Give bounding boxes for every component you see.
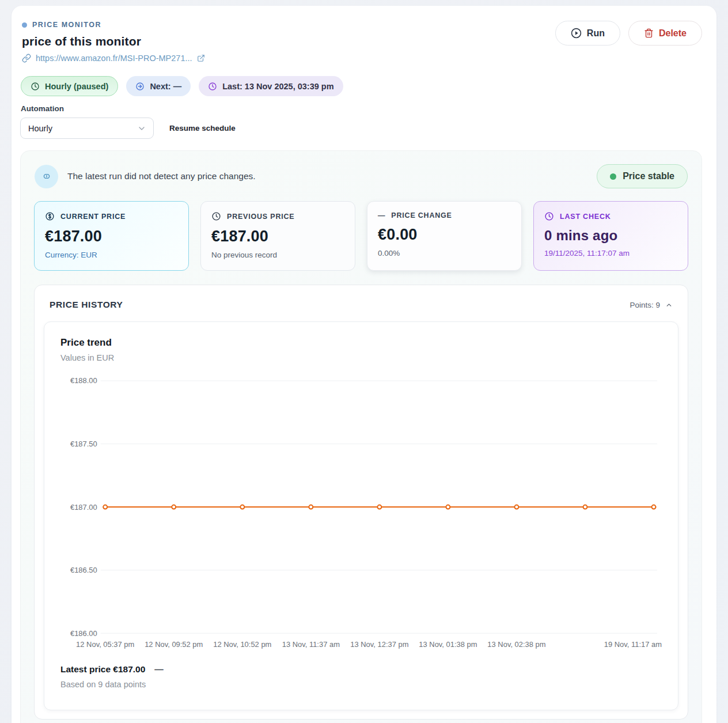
price-change-label: PRICE CHANGE xyxy=(391,211,452,219)
clock-icon xyxy=(544,211,554,221)
data-points-note: Based on 9 data points xyxy=(60,680,662,689)
last-check-value: 0 mins ago xyxy=(544,228,677,244)
schedule-status-label: Hourly (paused) xyxy=(45,82,108,91)
dash-icon: — xyxy=(378,211,385,219)
last-check-timestamp: 19/11/2025, 11:17:07 am xyxy=(544,249,677,258)
delete-button-label: Delete xyxy=(659,28,687,39)
svg-text:13 Nov, 12:37 pm: 13 Nov, 12:37 pm xyxy=(350,640,408,649)
clock-icon xyxy=(208,82,217,91)
points-count-label: Points: 9 xyxy=(630,301,660,309)
svg-text:€188.00: €188.00 xyxy=(70,376,97,385)
monitor-url-link[interactable]: https://www.amazon.fr/MSI-PRO-MP271... xyxy=(36,54,192,63)
chart-footer: Latest price €187.00 — Based on 9 data p… xyxy=(60,664,662,689)
current-price-label: CURRENT PRICE xyxy=(60,213,126,221)
monitor-url-row: https://www.amazon.fr/MSI-PRO-MP271... xyxy=(22,54,205,63)
resume-schedule-button[interactable]: Resume schedule xyxy=(169,124,236,133)
monitor-card: PRICE MONITOR price of this monitor http… xyxy=(12,6,716,723)
previous-price-value: €187.00 xyxy=(211,228,344,245)
dollar-circle-icon xyxy=(45,211,55,221)
chevron-up-icon xyxy=(665,301,673,309)
schedule-status-badge: Hourly (paused) xyxy=(21,76,118,96)
status-message: The latest run did not detect any price … xyxy=(67,171,256,181)
svg-text:13 Nov, 01:38 pm: 13 Nov, 01:38 pm xyxy=(419,640,477,649)
trend-flat-icon: — xyxy=(154,664,164,675)
last-check-card: LAST CHECK 0 mins ago 19/11/2025, 11:17:… xyxy=(533,201,688,271)
price-change-percent: 0.00% xyxy=(378,249,511,258)
svg-text:13 Nov, 11:37 am: 13 Nov, 11:37 am xyxy=(282,640,340,649)
chart-title: Price trend xyxy=(60,337,662,349)
last-check-label: LAST CHECK xyxy=(560,213,611,221)
status-banner-left: The latest run did not detect any price … xyxy=(35,165,256,188)
automation-frequency-value: Hourly xyxy=(28,124,52,133)
status-banner: The latest run did not detect any price … xyxy=(34,163,688,200)
header-left: PRICE MONITOR price of this monitor http… xyxy=(20,21,205,63)
svg-text:€187.00: €187.00 xyxy=(70,503,97,512)
previous-price-card: PREVIOUS PRICE €187.00 No previous recor… xyxy=(200,201,355,271)
next-run-badge: Next: — xyxy=(126,76,191,96)
price-history-title: PRICE HISTORY xyxy=(50,300,123,310)
play-circle-icon xyxy=(571,28,582,39)
chart-subtitle: Values in EUR xyxy=(60,353,662,362)
trash-icon xyxy=(644,28,654,38)
previous-price-label: PREVIOUS PRICE xyxy=(227,213,294,221)
svg-text:€186.00: €186.00 xyxy=(70,629,97,638)
monitor-dot-icon xyxy=(22,22,27,28)
header-actions: Run Delete xyxy=(555,21,702,46)
price-change-card: — PRICE CHANGE €0.00 0.00% xyxy=(367,201,522,271)
stat-cards: CURRENT PRICE €187.00 Currency: EUR PREV… xyxy=(34,201,688,271)
price-history-section: PRICE HISTORY Points: 9 Price trend Valu… xyxy=(34,285,688,720)
points-collapse-toggle[interactable]: Points: 9 xyxy=(630,301,673,309)
run-button[interactable]: Run xyxy=(555,21,620,46)
status-dot-icon xyxy=(610,173,616,180)
previous-price-note: No previous record xyxy=(211,251,344,259)
svg-text:12 Nov, 09:52 pm: 12 Nov, 09:52 pm xyxy=(145,640,203,649)
last-run-badge: Last: 13 Nov 2025, 03:39 pm xyxy=(199,76,343,96)
run-button-label: Run xyxy=(587,28,605,39)
eyebrow: PRICE MONITOR xyxy=(22,21,205,29)
next-run-label: Next: — xyxy=(150,82,181,91)
page-title: price of this monitor xyxy=(22,35,205,48)
price-trend-card: Price trend Values in EUR €188.00€187.50… xyxy=(44,321,678,710)
automation-row: Hourly Resume schedule xyxy=(20,118,702,139)
chevron-down-icon xyxy=(137,124,146,133)
header: PRICE MONITOR price of this monitor http… xyxy=(20,21,702,63)
arrow-right-circle-icon xyxy=(135,82,145,91)
current-price-value: €187.00 xyxy=(45,228,178,245)
link-icon xyxy=(22,54,31,63)
schedule-badges: Hourly (paused) Next: — Last: 13 Nov 202… xyxy=(21,76,702,96)
external-link-icon[interactable] xyxy=(197,54,205,62)
clock-icon xyxy=(31,82,40,91)
price-trend-chart: €188.00€187.50€187.00€186.50€186.0012 No… xyxy=(60,370,662,658)
svg-text:19 Nov, 11:17 am: 19 Nov, 11:17 am xyxy=(604,640,662,649)
svg-text:€186.50: €186.50 xyxy=(70,566,97,574)
delete-button[interactable]: Delete xyxy=(628,21,702,46)
svg-text:13 Nov, 02:38 pm: 13 Nov, 02:38 pm xyxy=(487,640,545,649)
chart-area: €188.00€187.50€187.00€186.50€186.0012 No… xyxy=(60,370,662,658)
svg-text:12 Nov, 05:37 pm: 12 Nov, 05:37 pm xyxy=(76,640,134,649)
price-stable-badge: Price stable xyxy=(597,164,688,188)
current-price-card: CURRENT PRICE €187.00 Currency: EUR xyxy=(34,201,189,271)
eyebrow-label: PRICE MONITOR xyxy=(32,21,101,29)
automation-label: Automation xyxy=(21,104,702,113)
clock-icon xyxy=(211,211,221,221)
latest-price-label: Latest price €187.00 xyxy=(60,664,145,675)
price-change-value: €0.00 xyxy=(378,226,511,244)
automation-frequency-select[interactable]: Hourly xyxy=(20,118,154,139)
status-panel: The latest run did not detect any price … xyxy=(20,150,702,723)
svg-text:12 Nov, 10:52 pm: 12 Nov, 10:52 pm xyxy=(213,640,271,649)
price-tag-icon xyxy=(35,165,58,188)
price-stable-label: Price stable xyxy=(623,171,674,181)
last-run-label: Last: 13 Nov 2025, 03:39 pm xyxy=(222,82,333,91)
price-history-header: PRICE HISTORY Points: 9 xyxy=(44,295,678,321)
svg-text:€187.50: €187.50 xyxy=(70,440,97,448)
current-price-currency: Currency: EUR xyxy=(45,251,178,259)
